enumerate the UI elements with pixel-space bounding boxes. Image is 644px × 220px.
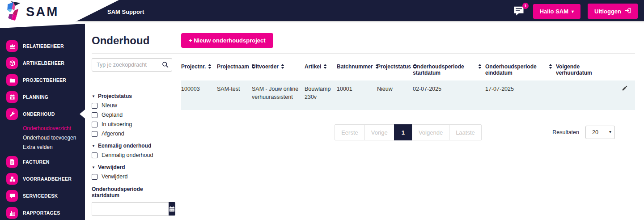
collapse-triangle-icon: ▼ [92, 144, 95, 148]
checkbox[interactable] [92, 103, 97, 109]
sort-icon [478, 63, 482, 70]
collapse-triangle-icon: ▼ [92, 94, 95, 98]
checkbox[interactable] [92, 152, 97, 158]
page-button-laatste[interactable]: Laatste [449, 124, 482, 140]
sidebar-item-facturen[interactable]: FACTUREN [0, 155, 85, 169]
date-input[interactable] [92, 202, 169, 216]
column-header-uitvoerder[interactable]: Uitvoerder [252, 58, 305, 80]
chevron-down-icon: ▾ [572, 9, 574, 14]
edit-row-button[interactable] [614, 80, 635, 110]
sidebar-item-rapportages[interactable]: RAPPORTAGES [0, 206, 85, 220]
sidebar-item-label: SERVICEDESK [23, 193, 58, 199]
calendar-picker-button[interactable] [169, 202, 175, 216]
logout-button[interactable]: Uitloggen [588, 4, 638, 19]
sort-icon [208, 63, 212, 70]
filter-option-gepland[interactable]: Gepland [92, 112, 172, 118]
pagination: EersteVorige1VolgendeLaatste [335, 124, 482, 140]
sort-icon [323, 63, 327, 70]
column-header-volgende-verhuurdatum: Volgende verhuurdatum [556, 58, 614, 80]
column-header-projectnr[interactable]: Projectnr. [181, 58, 217, 80]
filter-group-projectstatus: ▼ProjectstatusNieuwGeplandIn uitvoeringA… [92, 93, 172, 137]
chat-icon [513, 11, 525, 18]
topbar: SAM SAM Support 1 Hallo SAM ▾ Uitloggen [0, 0, 644, 22]
sidebar-item-servicedesk[interactable]: SERVICEDESK [0, 189, 85, 203]
checkbox[interactable] [92, 122, 97, 127]
filter-option-afgerond[interactable]: Afgerond [92, 131, 172, 137]
checkbox[interactable] [92, 174, 97, 180]
table-header-row: Projectnr.ProjectnaamUitvoerderArtikelBa… [181, 58, 635, 80]
support-label: SAM Support [107, 8, 144, 15]
sidebar-item-artikelbeheer[interactable]: ARTIKELBEHEER [0, 56, 85, 70]
column-header-onderhoudsperiode-startdatum[interactable]: Onderhoudsperiode startdatum [413, 58, 485, 80]
sidebar-item-voorraadbeheer[interactable]: VOORRAADBEHEER [0, 172, 85, 186]
page-button-1[interactable]: 1 [394, 124, 412, 140]
filter-group-title[interactable]: ▼Verwijderd [92, 164, 172, 170]
cell-onderhoudsperiode-einddatum: 17-07-2025 [485, 80, 556, 110]
page-button-eerste[interactable]: Eerste [335, 124, 365, 140]
date-filter-label: Onderhoudsperiode startdatum [92, 186, 172, 199]
filter-group-title[interactable]: ▼Eenmalig onderhoud [92, 143, 172, 149]
main-content: Onderhoud + Nieuw onderhoudsproject ▼Pro… [85, 24, 644, 220]
inventory-icon [6, 173, 18, 185]
checkbox[interactable] [92, 131, 97, 137]
filter-option-verwijderd[interactable]: Verwijderd [92, 173, 172, 180]
sidebar-item-projectbeheer[interactable]: PROJECTBEHEER [0, 73, 85, 87]
messages-button[interactable]: 1 [513, 4, 526, 18]
calendar-icon [6, 91, 18, 103]
filter-option-nieuw[interactable]: Nieuw [92, 102, 172, 109]
filter-group-title-text: Eenmalig onderhoud [98, 143, 151, 149]
column-header-label: Artikel [305, 63, 321, 70]
page-button-vorige[interactable]: Vorige [364, 124, 394, 140]
search-icon[interactable] [162, 61, 169, 70]
new-maintenance-project-button[interactable]: + Nieuw onderhoudsproject [181, 33, 273, 48]
column-header-onderhoudsperiode-einddatum[interactable]: Onderhoudsperiode einddatum [485, 58, 556, 80]
column-header-label: Onderhoudsperiode einddatum [485, 63, 547, 76]
collapse-triangle-icon: ▼ [92, 165, 95, 169]
sidebar-item-planning[interactable]: PLANNING [0, 90, 85, 104]
sidebar-item-onderhoud[interactable]: ONDERHOUD [0, 107, 85, 121]
sidebar-subitem-onderhoudoverzicht[interactable]: Onderhoudoverzicht [23, 124, 85, 133]
filter-group-title[interactable]: ▼Projectstatus [92, 93, 172, 99]
column-header-batchnummer[interactable]: Batchnummer [337, 58, 377, 80]
user-menu-button[interactable]: Hallo SAM ▾ [533, 4, 580, 19]
user-menu-label: Hallo SAM [540, 8, 568, 15]
checkbox[interactable] [92, 112, 97, 118]
column-header-projectstatus[interactable]: Projectstatus [377, 58, 413, 80]
wrench-icon [6, 108, 18, 120]
table-body: 100003SAM-testSAM - Jouw online verhuura… [181, 80, 635, 110]
filter-option-eenmalig-onderhoud[interactable]: Eenmalig onderhoud [92, 152, 172, 158]
cell-volgende-verhuurdatum [556, 80, 614, 110]
results-per-page-label: Resultaten [552, 129, 579, 135]
filter-option-label: Verwijderd [102, 173, 127, 180]
column-header-artikel[interactable]: Artikel [305, 58, 337, 80]
page-button-volgende[interactable]: Volgende [412, 124, 449, 140]
filter-group-title-text: Projectstatus [98, 93, 132, 99]
brand-logo-text: SAM [26, 4, 59, 19]
page-title: Onderhoud [92, 34, 635, 47]
sidebar-submenu: OnderhoudoverzichtOnderhoud toevoegenExt… [0, 124, 85, 153]
sidebar-item-label: VOORRAADBEHEER [23, 176, 72, 182]
cell-projectstatus: Nieuw [377, 80, 413, 110]
sidebar-item-label: ARTIKELBEHEER [23, 60, 64, 66]
results-per-page-select[interactable]: 20 [585, 126, 615, 139]
bar-chart-icon [6, 207, 18, 219]
search-input[interactable] [92, 58, 172, 72]
package-icon [6, 57, 18, 69]
results-table: Projectnr.ProjectnaamUitvoerderArtikelBa… [181, 58, 635, 220]
sidebar-subitem-onderhoud-toevoegen[interactable]: Onderhoud toevoegen [23, 133, 85, 143]
column-header-label: Projectstatus [377, 63, 411, 70]
filter-option-label: In uitvoering [102, 121, 132, 127]
cell-artikel: Bouwlamp 230v [305, 80, 337, 110]
sidebar-item-label: RELATIEBEHEER [23, 43, 64, 49]
sidebar-subitem-extra-velden[interactable]: Extra velden [23, 143, 85, 152]
date-filter-onderhoudsperiode-startdatum [92, 202, 172, 216]
column-header-projectnaam[interactable]: Projectnaam [217, 58, 252, 80]
table-row: 100003SAM-testSAM - Jouw online verhuura… [181, 80, 635, 110]
column-header-label: Projectnr. [181, 63, 206, 70]
logout-label: Uitloggen [594, 8, 621, 15]
filter-panel: ▼ProjectstatusNieuwGeplandIn uitvoeringA… [92, 58, 172, 220]
sidebar-item-relatiebeheer[interactable]: RELATIEBEHEER [0, 39, 85, 53]
filter-option-label: Nieuw [102, 102, 117, 109]
filter-option-in-uitvoering[interactable]: In uitvoering [92, 121, 172, 127]
sidebar-item-label: RAPPORTAGES [23, 210, 60, 216]
